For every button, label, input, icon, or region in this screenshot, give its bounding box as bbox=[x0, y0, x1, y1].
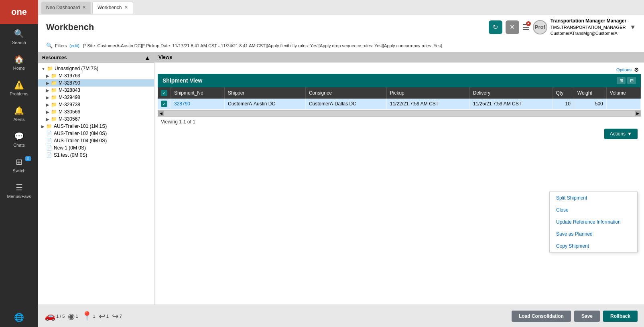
tree-item-aus101[interactable]: ▶ 📁 AUS-Trailer-101 (1M 1S) bbox=[38, 123, 154, 130]
context-menu: Split Shipment Close Update Reference In… bbox=[549, 192, 638, 252]
sidebar-item-home[interactable]: 🏠 Home bbox=[0, 50, 38, 75]
sidebar-item-menus[interactable]: ☰ Menus/Favs bbox=[0, 178, 38, 204]
tab-close-workbench[interactable]: ✕ bbox=[124, 5, 128, 10]
tree-item-m328790[interactable]: ▶ 📁 M-328790 bbox=[38, 79, 154, 87]
actions-bar: Actions ▼ bbox=[158, 127, 641, 142]
folder-icon: 📁 bbox=[51, 109, 57, 115]
refresh-button[interactable]: ↻ bbox=[489, 20, 502, 34]
tab-label: Workbench bbox=[98, 5, 122, 10]
bottom-icon-back[interactable]: ↩ 1 bbox=[99, 311, 109, 321]
context-menu-copy-shipment[interactable]: Copy Shipment bbox=[550, 240, 637, 252]
tree-item-aus104[interactable]: 📄 AUS-Trailer-104 (0M 0S) bbox=[38, 137, 154, 144]
scroll-left-arrow[interactable]: ◀ bbox=[158, 111, 164, 116]
arrow-icon: ▶ bbox=[46, 74, 49, 78]
viewing-text: Viewing 1-1 of 1 bbox=[158, 117, 641, 127]
row-delivery: 11/25/21 7:59 AM CST bbox=[469, 99, 553, 109]
context-menu-save-planned[interactable]: Save as Planned bbox=[550, 228, 637, 240]
resource-tree: ▼ 📁 Unassigned (7M 7S) ▶ 📁 M-319763 ▶ 📁 … bbox=[38, 63, 154, 305]
view-btn-1[interactable]: ⊞ bbox=[617, 77, 626, 84]
tree-item-unassigned[interactable]: ▼ 📁 Unassigned (7M 7S) bbox=[38, 65, 154, 72]
filter-edit-link[interactable]: (edit): bbox=[69, 43, 81, 48]
menu-button[interactable]: ☰ ★ bbox=[522, 22, 530, 32]
row-consignee: CustomerA-Dallas DC bbox=[305, 99, 386, 109]
tab-close-neo-dashboard[interactable]: ✕ bbox=[82, 5, 86, 10]
actions-dropdown-icon: ▼ bbox=[627, 131, 632, 137]
actions-button[interactable]: Actions ▼ bbox=[604, 129, 638, 139]
close-button[interactable]: ✕ bbox=[506, 20, 519, 34]
row-checkbox-cell[interactable]: ✓ bbox=[158, 99, 171, 109]
panel-collapse-button[interactable]: ▲ bbox=[144, 54, 150, 61]
tree-item-label: M-329498 bbox=[59, 95, 80, 100]
sidebar-item-problems[interactable]: ⚠️ Problems bbox=[0, 75, 38, 101]
view-btn-2[interactable]: ⊟ bbox=[627, 77, 636, 84]
table-scroll[interactable]: ✓ Shipment_No Shipper Consignee Pickup D… bbox=[158, 87, 641, 109]
resources-panel-header: Resources ▲ bbox=[38, 52, 154, 63]
bottom-icon-truck[interactable]: 🚗 1 / 5 bbox=[45, 311, 65, 321]
context-menu-close[interactable]: Close bbox=[550, 204, 637, 216]
col-header-delivery: Delivery bbox=[469, 87, 553, 99]
arrow-icon: ▶ bbox=[41, 124, 45, 129]
rollback-button[interactable]: Rollback bbox=[603, 311, 638, 322]
arrow-icon: ▶ bbox=[46, 88, 49, 93]
tree-item-aus102[interactable]: 📄 AUS-Trailer-102 (0M 0S) bbox=[38, 130, 154, 137]
arrow-icon: ▼ bbox=[41, 67, 45, 71]
shipment-table: ✓ Shipment_No Shipper Consignee Pickup D… bbox=[158, 87, 641, 109]
row-checkbox[interactable]: ✓ bbox=[161, 101, 167, 107]
horizontal-scrollbar[interactable]: ◀ ▶ bbox=[158, 110, 641, 117]
resources-panel: Resources ▲ ▼ 📁 Unassigned (7M 7S) ▶ 📁 M… bbox=[38, 52, 154, 305]
row-shipment-no[interactable]: 328790 bbox=[171, 99, 225, 109]
main-area: Neo Dashboard ✕ Workbench ✕ Workbench ↻ … bbox=[38, 0, 644, 327]
page-title: Workbench bbox=[46, 22, 489, 32]
tree-item-m329738[interactable]: ▶ 📁 M-329738 bbox=[38, 101, 154, 108]
options-gear-icon[interactable]: ⚙ bbox=[634, 67, 639, 73]
bottom-icon-pin[interactable]: 📍 1 bbox=[81, 311, 95, 321]
folder-icon: 📁 bbox=[51, 73, 57, 79]
sidebar-item-label: Home bbox=[13, 66, 25, 71]
shipment-link[interactable]: 328790 bbox=[174, 101, 190, 107]
sidebar-item-alerts[interactable]: 🔔 Alerts bbox=[0, 101, 38, 127]
sidebar-item-label: Problems bbox=[10, 91, 28, 96]
filter-icon: 🔍 bbox=[46, 42, 53, 48]
tab-neo-dashboard[interactable]: Neo Dashboard ✕ bbox=[41, 2, 91, 14]
col-header-weight: Weight bbox=[574, 87, 606, 99]
bottom-icon-forward[interactable]: ↪ 7 bbox=[112, 311, 122, 321]
tab-workbench[interactable]: Workbench ✕ bbox=[92, 2, 133, 14]
tab-bar: Neo Dashboard ✕ Workbench ✕ bbox=[38, 0, 644, 15]
pin-icon: 📍 bbox=[81, 311, 92, 321]
truck-count: 1 / 5 bbox=[56, 314, 65, 319]
tree-item-m329498[interactable]: ▶ 📁 M-329498 bbox=[38, 94, 154, 101]
bottom-icons: 🚗 1 / 5 ◉ 1 📍 1 ↩ 1 ↪ 7 bbox=[45, 311, 122, 321]
sidebar-item-switch[interactable]: ⊞ ⊞ Switch bbox=[0, 152, 38, 178]
folder-icon: 📁 bbox=[51, 80, 57, 86]
scroll-right-arrow[interactable]: ▶ bbox=[635, 111, 640, 116]
home-icon: 🏠 bbox=[14, 54, 24, 64]
context-menu-split-shipment[interactable]: Split Shipment bbox=[550, 192, 637, 204]
sidebar-logo: one bbox=[0, 0, 38, 24]
load-consolidation-button[interactable]: Load Consolidation bbox=[512, 311, 571, 322]
sidebar-item-search[interactable]: 🔍 Search bbox=[0, 24, 38, 50]
header-checkbox[interactable]: ✓ bbox=[161, 90, 167, 96]
doc-icon: 📄 bbox=[46, 152, 52, 158]
tree-item-m330566[interactable]: ▶ 📁 M-330566 bbox=[38, 108, 154, 115]
forward-count: 7 bbox=[120, 314, 122, 319]
table-row[interactable]: ✓ 328790 CustomerA-Austin DC CustomerA-D… bbox=[158, 99, 641, 109]
sidebar-item-settings[interactable]: 🌐 bbox=[0, 308, 38, 327]
folder-icon: 📁 bbox=[47, 66, 53, 71]
save-button[interactable]: Save bbox=[574, 311, 600, 322]
bottom-icon-nav[interactable]: ◉ 1 bbox=[68, 311, 78, 321]
tree-item-m319763[interactable]: ▶ 📁 M-319763 bbox=[38, 72, 154, 79]
pin-count: 1 bbox=[93, 314, 95, 319]
tree-item-s1test[interactable]: 📄 S1 test (0M 0S) bbox=[38, 151, 154, 159]
tree-item-m330567[interactable]: ▶ 📁 M-330567 bbox=[38, 115, 154, 123]
filter-bar: 🔍 Filters (edit): [* Site: CustomerA-Aus… bbox=[38, 39, 644, 52]
sidebar-item-chats[interactable]: 💬 Chats bbox=[0, 127, 38, 152]
tree-item-m328843[interactable]: ▶ 📁 M-328843 bbox=[38, 87, 154, 94]
menu-icon: ☰ bbox=[16, 183, 23, 192]
options-link[interactable]: Options bbox=[616, 67, 632, 72]
arrow-icon: ▶ bbox=[46, 95, 49, 100]
context-menu-update-reference[interactable]: Update Reference Information bbox=[550, 216, 637, 228]
user-dropdown-icon[interactable]: ▼ bbox=[630, 24, 636, 31]
tree-item-new1[interactable]: 📄 New 1 (0M 0S) bbox=[38, 144, 154, 151]
col-header-volume: Volume bbox=[606, 87, 640, 99]
tree-item-label: AUS-Trailer-104 (0M 0S) bbox=[54, 138, 107, 143]
